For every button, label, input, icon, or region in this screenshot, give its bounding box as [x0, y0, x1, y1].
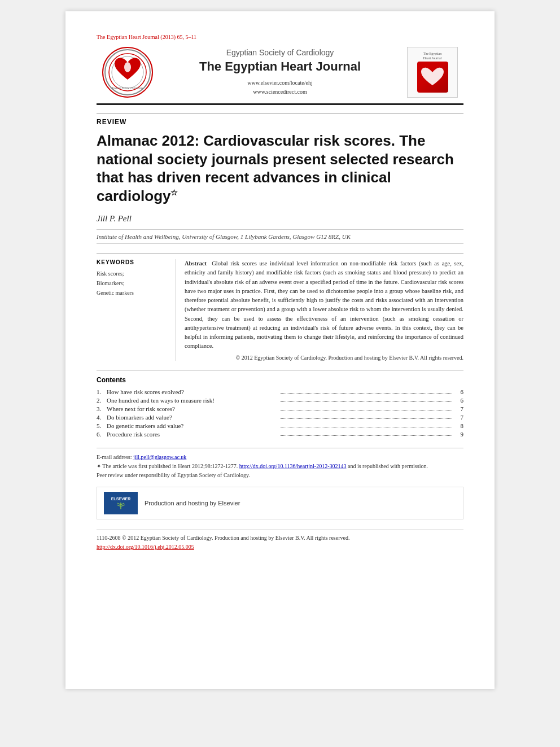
contents-row: 4.Do biomarkers add value?7: [97, 414, 463, 421]
contents-table: 1.How have risk scores evolved?62.One hu…: [97, 388, 463, 438]
abstract-text-box: Abstract Global risk scores use individu…: [185, 259, 463, 361]
contents-item-num: 4.: [97, 414, 107, 421]
author-name: Jill P. Pell: [97, 214, 463, 224]
article-title: Almanac 2012: Cardiovascular risk scores…: [97, 132, 463, 205]
contents-item-text: How have risk scores evolved?: [107, 388, 278, 395]
footer-peer-review: Peer review under responsibility of Egyp…: [97, 471, 463, 480]
contents-page-num: 6: [454, 388, 463, 395]
header-society: Egyptian Society of Cardiology: [226, 48, 334, 57]
contents-item-text: Where next for risk scores?: [107, 405, 278, 412]
right-logo-top-text: The EgyptianHeart Journal: [423, 52, 442, 61]
abstract-body: Global risk scores use individual level …: [185, 260, 463, 349]
contents-row: 5.Do genetic markers add value?8: [97, 422, 463, 429]
header-logo-right: The EgyptianHeart Journal: [401, 47, 463, 98]
elsevier-logo-text: ELSEVIER: [106, 493, 135, 513]
keywords-box: KEYWORDS Risk scores; Biomarkers; Geneti…: [97, 259, 176, 361]
header-url1: www.elsevier.com/locate/ehj: [247, 78, 312, 88]
contents-dots: [281, 410, 452, 410]
contents-item-num: 6.: [97, 431, 107, 438]
copyright-line: © 2012 Egyptian Society of Cardiology. P…: [185, 355, 463, 361]
page-footer: 1110-2608 © 2012 Egyptian Society of Car…: [97, 530, 463, 552]
society-logo-svg: Egyptian Society of Cardiology: [108, 53, 147, 92]
contents-item-text: One hundred and ten ways to measure risk…: [107, 397, 278, 404]
header-urls: www.elsevier.com/locate/ehj www.scienced…: [247, 78, 312, 97]
footer-star-note: ✦ The article was first published in Hea…: [97, 462, 463, 471]
svg-point-2: [124, 62, 131, 72]
svg-text:ELSEVIER: ELSEVIER: [111, 497, 131, 501]
contents-dots: [281, 393, 452, 394]
elsevier-footer-box: ELSEVIER Production and hosting by Elsev…: [97, 487, 463, 519]
contents-item-text: Do genetic markers add value?: [107, 422, 278, 429]
contents-row: 3.Where next for risk scores?7: [97, 405, 463, 412]
contents-title: Contents: [97, 376, 463, 384]
contents-page-num: 9: [454, 431, 463, 438]
abstract-label: Abstract: [185, 260, 207, 267]
contents-row: 1.How have risk scores evolved?6: [97, 388, 463, 395]
keywords-title: KEYWORDS: [97, 259, 168, 265]
contents-item-num: 2.: [97, 397, 107, 404]
article-page: The Egyptian Heart Journal (2013) 65, 5–…: [65, 11, 495, 689]
elsevier-hosting-text: Production and hosting by Elsevier: [145, 500, 240, 506]
contents-row: 6.Procedure risk scores9: [97, 431, 463, 438]
heart-logo-svg: [421, 67, 444, 88]
keyword-3: Genetic markers: [97, 288, 168, 298]
abstract-text: Abstract Global risk scores use individu…: [185, 259, 463, 351]
contents-page-num: 6: [454, 397, 463, 404]
elsevier-logo-svg: ELSEVIER: [106, 493, 135, 512]
contents-dots: [281, 418, 452, 419]
contents-page-num: 7: [454, 414, 463, 421]
contents-item-num: 5.: [97, 422, 107, 429]
contents-dots: [281, 435, 452, 436]
keyword-1: Risk scores;: [97, 269, 168, 278]
footer-doi-link[interactable]: http://dx.doi.org/10.1136/heartjnl-2012-…: [239, 463, 347, 469]
section-label: REVIEW: [97, 113, 463, 126]
contents-item-text: Procedure risk scores: [107, 431, 278, 438]
email-link[interactable]: jill.pell@glasgow.ac.uk: [133, 454, 186, 460]
logo-circle: Egyptian Society of Cardiology: [102, 47, 153, 98]
right-logo-box: The EgyptianHeart Journal: [407, 47, 458, 98]
top-citation: The Egyptian Heart Journal (2013) 65, 5–…: [97, 34, 463, 40]
elsevier-logo: ELSEVIER: [104, 492, 138, 514]
footer-star-text: The article was first published in Heart…: [102, 463, 238, 469]
contents-page-num: 7: [454, 405, 463, 412]
contents-dots: [281, 427, 452, 427]
footer-reprint-note: and is republished with permission.: [348, 463, 428, 469]
right-logo-heart: [417, 62, 448, 93]
page-footer-issn: 1110-2608 © 2012 Egyptian Society of Car…: [97, 534, 463, 543]
svg-text:Egyptian Society of Cardiology: Egyptian Society of Cardiology: [112, 86, 143, 89]
header-url2: www.sciencedirect.com: [247, 88, 312, 97]
society-logo-left: Egyptian Society of Cardiology: [97, 47, 159, 98]
footer-notes: E-mail address: jill.pell@glasgow.ac.uk …: [97, 448, 463, 480]
author-affiliation: Institute of Health and Wellbeing, Unive…: [97, 229, 463, 244]
contents-item-num: 1.: [97, 388, 107, 395]
article-title-text: Almanac 2012: Cardiovascular risk scores…: [97, 132, 454, 204]
header-center: Egyptian Society of Cardiology The Egypt…: [159, 47, 401, 98]
journal-header: Egyptian Society of Cardiology Egyptian …: [97, 47, 463, 105]
contents-item-num: 3.: [97, 405, 107, 412]
contents-dots: [281, 401, 452, 402]
title-star: ☆: [170, 188, 178, 197]
keywords-list: Risk scores; Biomarkers; Genetic markers: [97, 269, 168, 298]
contents-item-text: Do biomarkers add value?: [107, 414, 278, 421]
keyword-2: Biomarkers;: [97, 278, 168, 288]
contents-section: Contents 1.How have risk scores evolved?…: [97, 370, 463, 438]
abstract-area: KEYWORDS Risk scores; Biomarkers; Geneti…: [97, 253, 463, 361]
contents-page-num: 8: [454, 422, 463, 429]
footer-email-line: E-mail address: jill.pell@glasgow.ac.uk: [97, 453, 463, 462]
logo-inner: Egyptian Society of Cardiology: [104, 49, 151, 95]
header-journal-title: The Egyptian Heart Journal: [199, 59, 361, 74]
page-footer-doi[interactable]: http://dx.doi.org/10.1016/j.ehj.2012.05.…: [97, 544, 194, 550]
contents-row: 2.One hundred and ten ways to measure ri…: [97, 397, 463, 404]
